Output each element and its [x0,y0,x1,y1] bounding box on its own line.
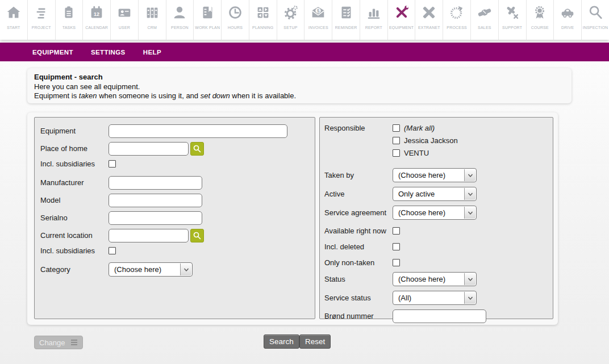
manufacturer-input[interactable] [109,176,202,190]
manufacturer-label: Manufacturer [40,178,109,187]
responsible-label: Responsible [324,124,393,157]
toolbar-item-setup[interactable]: SETUP [277,0,305,40]
model-label: Model [40,196,109,204]
service-status-select[interactable]: (All) [393,291,477,305]
category-select[interactable]: (Choose here) [109,262,193,277]
menu-item-equipment[interactable]: EQUIPMENT [32,49,73,56]
place-of-home-input[interactable] [109,142,189,156]
toolbar-item-user[interactable]: USER [111,0,139,40]
toolbar-item-hours[interactable]: HOURS [222,0,249,40]
toolbar-item-label: EQUIPMENT [389,26,414,30]
page-subtitle: Here you can see all equipment. [34,82,565,92]
search-form-card: Equipment Place of home Incl. subsidiari… [27,112,558,325]
brond-nummer-input[interactable] [393,309,486,323]
toolbar-item-label: EXTRANET [418,26,440,30]
menu-item-help[interactable]: HELP [143,49,161,56]
only-non-taken-checkbox[interactable] [393,259,400,266]
incl-subsidiaries-checkbox[interactable] [109,160,116,168]
serialno-input[interactable] [109,211,202,225]
toolbar-item-project[interactable]: PROJECT [28,0,56,40]
incl-deleted-label: Incl. deleted [324,242,393,251]
toolbar-item-drive[interactable]: DRIVE [554,0,582,40]
active-select-value: Only active [398,190,435,198]
toolbar-item-label: INVOICES [308,26,328,30]
toolbar-item-label: CALENDAR [85,26,108,30]
toolbar-item-sales[interactable]: SALES [471,0,499,40]
project-lines-icon [33,3,50,22]
toolbar-item-label: TASKS [62,26,76,30]
clock-icon [227,3,244,22]
toolbar-item-work-plan[interactable]: WORK PLAN [194,0,222,40]
jessica-jackson-checkbox[interactable] [393,137,400,144]
chevron-down-icon [464,292,475,304]
place-of-home-lookup-button[interactable] [190,142,204,156]
menu-item-settings[interactable]: SETTINGS [91,49,126,56]
category-select-value: (Choose here) [114,265,161,274]
service-agreement-select-value: (Choose here) [398,208,445,217]
current-location-lookup-button[interactable] [190,229,204,242]
responsible-option-ventu[interactable]: VENTU [393,149,458,157]
toolbar-item-label: HOURS [228,26,243,30]
chevron-down-icon [464,188,475,200]
toolbar-item-tasks[interactable]: TASKS [56,0,84,40]
chevron-down-icon [180,263,191,275]
toolbar-item-label: SETUP [283,26,297,30]
service-agreement-select[interactable]: (Choose here) [393,206,477,220]
incl-subsidiaries2-checkbox[interactable] [109,247,116,254]
toolbar-item-label: DRIVE [561,26,574,30]
reset-button[interactable]: Reset [299,334,331,349]
toolbar-item-support[interactable]: SUPPORT [499,0,527,40]
toolbar-item-report[interactable]: REPORT [360,0,388,40]
toolbar-item-start[interactable]: START [0,0,28,40]
toolbar-item-invoices[interactable]: $ INVOICES [304,0,332,40]
car-icon [559,3,576,22]
toolbar-item-process[interactable]: PROCESS [443,0,471,40]
toolbar-item-inspection[interactable]: INSPECTION [582,0,609,40]
available-right-now-checkbox[interactable] [393,227,400,235]
x-cross-icon [420,3,437,22]
search-button[interactable]: Search [264,334,299,349]
toolbar-item-label: REPORT [365,26,382,30]
toolbar-item-label: INSPECTION [583,26,608,30]
current-location-input[interactable] [109,229,189,242]
status-select[interactable]: (Choose here) [393,272,477,286]
toolbar-item-reminder[interactable]: REMINDER [332,0,360,40]
status-label: Status [324,275,393,283]
brond-nummer-label: Brønd nummer [324,312,393,320]
responsible-option-mark-all[interactable]: (Mark all) [393,124,458,132]
equipment-input[interactable] [109,124,287,138]
mark-all-checkbox[interactable] [393,124,400,132]
taken-by-label: Taken by [324,171,393,179]
toolbar-item-course[interactable]: COURSE [527,0,554,40]
model-input[interactable] [109,194,202,207]
toolbar-item-crm[interactable]: CRM [139,0,166,40]
status-select-value: (Choose here) [398,275,445,283]
chevron-down-icon [464,273,475,285]
checklist-icon [337,3,354,22]
toolbar-item-label: REMINDER [335,26,357,30]
taken-by-select[interactable]: (Choose here) [393,168,477,182]
calendar-icon: 12 [88,3,105,22]
place-of-home-label: Place of home [40,144,109,153]
home-icon [5,3,22,22]
incl-deleted-checkbox[interactable] [393,243,400,250]
responsible-checkbox-list: (Mark all) Jessica Jackson VENTU [393,124,458,157]
toolbar-item-person[interactable]: PERSON [166,0,194,40]
change-button[interactable]: Change [34,336,83,349]
toolbar-item-label: COURSE [531,26,549,30]
svg-text:$: $ [317,8,320,14]
magnifier-icon [587,3,604,22]
page-content: Equipment - search Here you can see all … [0,61,609,364]
ventu-checkbox[interactable] [393,149,400,157]
toolbar-item-planning[interactable]: PLANNING [249,0,277,40]
responsible-option-jessica-jackson[interactable]: Jessica Jackson [393,136,458,145]
toolbar-item-calendar[interactable]: 12 CALENDAR [83,0,111,40]
active-label: Active [324,190,393,198]
category-label: Category [40,265,109,274]
active-select[interactable]: Only active [393,187,477,201]
toolbar-item-equipment[interactable]: EQUIPMENT [388,0,416,40]
invoice-envelope-icon: $ [310,3,327,22]
toolbar-item-extranet[interactable]: EXTRANET [415,0,443,40]
toolbar-item-label: START [7,26,20,30]
incl-subsidiaries-label: Incl. subsidiaries [40,160,109,168]
